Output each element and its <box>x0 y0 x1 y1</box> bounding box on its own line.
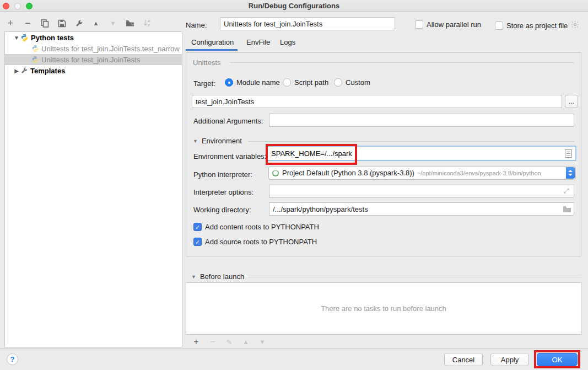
tab-envfile[interactable]: EnvFile <box>246 38 270 51</box>
radio-script-path-label: Script path <box>294 78 328 87</box>
move-task-up-icon[interactable]: ▲ <box>241 337 251 347</box>
expand-arrow-icon[interactable]: ▼ <box>13 35 20 41</box>
add-content-roots-checkbox[interactable]: Add content roots to PYTHONPATH <box>193 223 319 231</box>
collapse-triangle-icon[interactable]: ▼ <box>191 274 196 280</box>
tree-item-label: Unittests for test_join.JoinTests.test_n… <box>41 45 180 53</box>
tree-item-templates[interactable]: ▶ Templates <box>5 65 182 76</box>
before-launch-section-header[interactable]: ▼ Before launch <box>191 272 244 281</box>
tab-logs[interactable]: Logs <box>280 38 295 51</box>
tree-item-unittests-jointests-selected[interactable]: Unittests for test_join.JoinTests <box>5 54 182 65</box>
footer-divider <box>0 348 588 349</box>
working-directory-label: Working directory: <box>193 206 251 214</box>
allow-parallel-run-checkbox[interactable]: Allow parallel run <box>415 20 481 29</box>
title-bar: Run/Debug Configurations <box>0 0 588 12</box>
radio-module-name[interactable]: Module name <box>225 78 280 87</box>
before-launch-toolbar: + − ✎ ▲ ▼ <box>186 335 581 348</box>
collapse-arrow-icon[interactable]: ▶ <box>13 68 20 74</box>
checkbox-icon[interactable] <box>495 22 503 30</box>
interpreter-options-input[interactable] <box>269 185 574 198</box>
remove-icon[interactable]: − <box>23 18 33 28</box>
zoom-window-icon[interactable] <box>26 3 33 9</box>
edit-task-pencil-icon[interactable]: ✎ <box>224 337 234 347</box>
tree-item-label: Templates <box>30 67 65 75</box>
save-icon[interactable] <box>57 18 67 28</box>
python-interpreter-select[interactable]: Project Default (Python 3.8 (pyspark-3.8… <box>268 166 576 180</box>
before-launch-tasks-panel: There are no tasks to run before launch <box>186 282 581 335</box>
python-interpreter-label: Python interpreter: <box>193 170 252 179</box>
python-icon <box>31 56 39 63</box>
tree-item-unittests-test-narrow[interactable]: Unittests for test_join.JoinTests.test_n… <box>5 43 182 54</box>
move-up-icon[interactable]: ▲ <box>91 18 101 28</box>
working-directory-input[interactable] <box>269 202 574 216</box>
interpreter-options-label: Interpreter options: <box>193 188 253 196</box>
cancel-button[interactable]: Cancel <box>444 353 483 366</box>
before-launch-label: Before launch <box>200 272 244 281</box>
configurations-tree: ▼ Python tests Unittests for test_join.J… <box>4 31 182 347</box>
radio-custom[interactable]: Custom <box>334 78 370 87</box>
ok-button[interactable]: OK <box>537 353 578 366</box>
python-icon <box>20 34 29 42</box>
add-content-roots-label: Add content roots to PYTHONPATH <box>205 223 319 231</box>
allow-parallel-run-label: Allow parallel run <box>427 20 481 29</box>
apply-button[interactable]: Apply <box>490 353 529 366</box>
environment-variables-field[interactable] <box>267 146 576 161</box>
copy-icon[interactable] <box>40 18 50 28</box>
gear-icon[interactable] <box>571 20 579 30</box>
additional-arguments-input[interactable] <box>269 114 574 127</box>
interpreter-path: ~/opt/miniconda3/envs/pyspark-3.8/bin/py… <box>417 170 541 176</box>
radio-script-path[interactable]: Script path <box>283 78 328 87</box>
checkbox-checked-icon[interactable] <box>193 223 202 231</box>
python-icon <box>31 45 39 52</box>
window-title: Run/Debug Configurations <box>249 2 339 10</box>
checkbox-icon[interactable] <box>415 20 423 29</box>
browse-button[interactable]: ... <box>565 95 578 108</box>
radio-icon[interactable] <box>225 78 233 87</box>
section-divider <box>248 141 574 142</box>
store-as-project-file-checkbox[interactable]: Store as project file <box>495 20 579 30</box>
edit-defaults-wrench-icon[interactable] <box>74 18 84 28</box>
name-label: Name: <box>186 21 207 29</box>
select-chevrons-icon[interactable] <box>566 167 575 179</box>
radio-module-name-label: Module name <box>236 78 280 87</box>
radio-icon[interactable] <box>283 78 291 87</box>
add-icon[interactable]: + <box>6 18 15 28</box>
remove-task-icon[interactable]: − <box>208 337 218 347</box>
unittests-section-label: Unittests <box>193 58 221 67</box>
empty-tasks-message: There are no tasks to run before launch <box>321 304 446 313</box>
add-task-icon[interactable]: + <box>191 337 201 347</box>
section-divider <box>248 277 581 277</box>
wrench-icon <box>20 67 28 74</box>
name-input[interactable] <box>220 17 395 30</box>
environment-section-header[interactable]: ▼ Environment <box>193 137 242 145</box>
sort-alpha-icon[interactable] <box>142 18 152 28</box>
tree-item-python-tests[interactable]: ▼ Python tests <box>5 32 182 43</box>
environment-variables-input[interactable] <box>268 147 565 159</box>
store-as-project-file-label: Store as project file <box>506 22 568 30</box>
target-label: Target: <box>193 79 215 88</box>
target-input[interactable] <box>192 95 562 108</box>
tree-item-label: Unittests for test_join.JoinTests <box>41 56 140 64</box>
run-debug-configurations-dialog: Run/Debug Configurations + − ▲ ▼ ▼ Pyth <box>0 0 588 370</box>
tree-item-label: Python tests <box>31 34 74 42</box>
checkbox-checked-icon[interactable] <box>193 238 202 246</box>
additional-arguments-label: Additional Arguments: <box>193 117 263 125</box>
conda-environment-icon <box>272 170 279 176</box>
browse-variables-icon[interactable] <box>565 149 572 158</box>
help-button[interactable]: ? <box>7 353 18 365</box>
folder-icon[interactable] <box>563 206 571 214</box>
interpreter-name: Project Default (Python 3.8 (pyspark-3.8… <box>282 169 414 177</box>
move-down-icon[interactable]: ▼ <box>108 18 118 28</box>
collapse-triangle-icon[interactable]: ▼ <box>193 138 198 144</box>
close-window-icon[interactable] <box>3 3 9 9</box>
environment-section-label: Environment <box>202 137 242 145</box>
environment-variables-label: Environment variables: <box>193 152 266 160</box>
move-task-down-icon[interactable]: ▼ <box>257 337 267 347</box>
new-folder-icon[interactable] <box>125 18 135 28</box>
add-source-roots-checkbox[interactable]: Add source roots to PYTHONPATH <box>193 238 317 246</box>
expand-field-icon[interactable]: ⤢ <box>564 187 569 195</box>
section-divider <box>230 62 574 63</box>
configurations-toolbar: + − ▲ ▼ <box>6 17 152 30</box>
radio-icon[interactable] <box>334 78 342 87</box>
minimize-window-icon[interactable] <box>14 3 21 9</box>
radio-custom-label: Custom <box>346 78 370 87</box>
